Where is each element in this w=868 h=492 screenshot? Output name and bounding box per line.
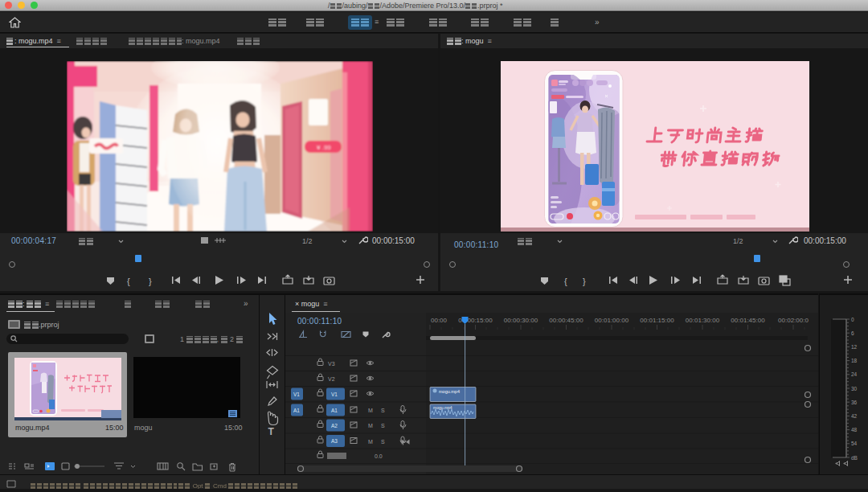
svg-text:S: S	[381, 439, 385, 445]
svg-text:00:01:00:00: 00:01:00:00	[595, 317, 629, 324]
svg-text:24: 24	[851, 371, 858, 377]
svg-text:A1: A1	[331, 408, 338, 413]
svg-text:6: 6	[851, 330, 854, 336]
svg-text:12: 12	[851, 344, 858, 350]
svg-text:V1: V1	[331, 392, 338, 397]
svg-text:T: T	[268, 426, 275, 437]
svg-text:{: {	[564, 277, 567, 286]
svg-text:00:00:30:00: 00:00:30:00	[504, 317, 538, 324]
svg-text:42: 42	[851, 413, 858, 419]
svg-text:M: M	[368, 439, 373, 445]
svg-text:54: 54	[851, 441, 858, 446]
svg-text:dB: dB	[851, 455, 858, 461]
svg-text:00:01:45:00: 00:01:45:00	[731, 317, 765, 324]
svg-text:A3: A3	[331, 438, 338, 444]
svg-text:V1: V1	[293, 392, 300, 397]
svg-text:M: M	[368, 423, 373, 428]
svg-text:48: 48	[851, 427, 858, 433]
svg-text:00:00: 00:00	[431, 317, 448, 324]
svg-text:{: {	[127, 277, 130, 286]
svg-text:S: S	[381, 423, 385, 428]
svg-text:0: 0	[851, 317, 854, 322]
svg-text:¥ .99: ¥ .99	[316, 144, 331, 151]
svg-text:18: 18	[851, 358, 858, 363]
svg-text:mogu.mp4: mogu.mp4	[439, 389, 460, 394]
svg-text:0.0: 0.0	[375, 453, 383, 459]
svg-text:V3: V3	[328, 361, 335, 367]
svg-text:mogu.mp4: mogu.mp4	[433, 405, 452, 410]
svg-text:S: S	[381, 408, 385, 413]
svg-text:00:01:15:00: 00:01:15:00	[640, 317, 674, 324]
svg-text:}: }	[149, 277, 152, 286]
svg-text:M: M	[368, 408, 373, 413]
svg-text:00:02:00:0: 00:02:00:0	[778, 317, 809, 324]
svg-text:30: 30	[851, 386, 858, 392]
svg-text:36: 36	[851, 400, 858, 405]
svg-text:00:00:45:00: 00:00:45:00	[549, 317, 583, 324]
svg-text:00:01:30:00: 00:01:30:00	[686, 317, 720, 324]
svg-text:}: }	[583, 277, 586, 286]
svg-text:V2: V2	[328, 376, 335, 382]
svg-text:A1: A1	[293, 408, 300, 413]
svg-text:A2: A2	[331, 423, 338, 428]
